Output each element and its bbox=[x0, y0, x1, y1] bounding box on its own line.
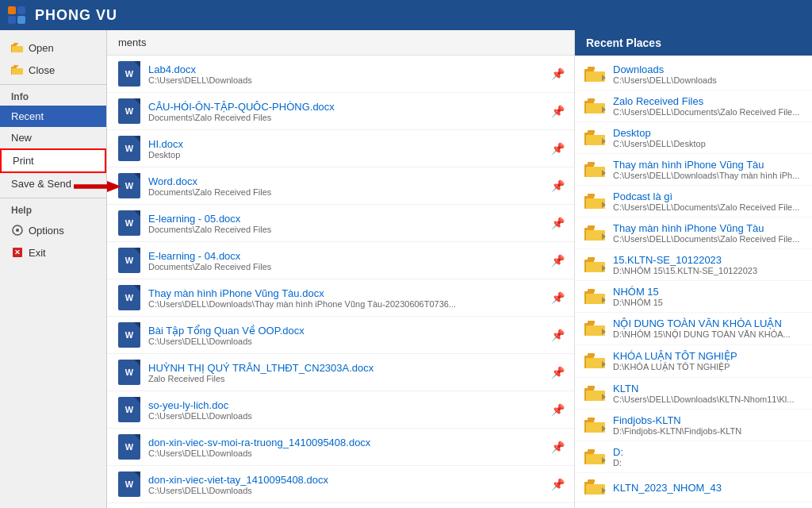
place-path: D: bbox=[613, 458, 802, 468]
pin-icon[interactable]: 📌 bbox=[551, 403, 565, 416]
file-list-item[interactable]: W Podcast là gì.docx Zalo Received Files… bbox=[107, 503, 574, 508]
pin-icon[interactable]: 📌 bbox=[551, 179, 565, 192]
file-list-item[interactable]: W don-xin-viec-viet-tay_1410095408.docx … bbox=[107, 466, 574, 503]
folder-icon bbox=[584, 416, 607, 435]
file-path: Documents\Zalo Received Files bbox=[148, 187, 548, 197]
place-name: Thay màn hình iPhone Vũng Tàu bbox=[613, 159, 802, 171]
file-list-item[interactable]: W Lab4.docx C:\Users\DELL\Downloads 📌 bbox=[107, 56, 574, 93]
folder-icon bbox=[584, 160, 607, 179]
file-name: HUỲNH THỊ QUÝ TRÂN_LTHĐT_CN2303A.docx bbox=[148, 362, 548, 374]
place-list-item[interactable]: Desktop C:\Users\DELL\Desktop bbox=[575, 122, 812, 154]
place-name: Downloads bbox=[613, 64, 802, 75]
sidebar-close-label: Close bbox=[29, 64, 55, 76]
place-list-item[interactable]: Thay màn hình iPhone Vũng Tàu C:\Users\D… bbox=[575, 217, 812, 249]
sidebar-item-print[interactable]: Print bbox=[0, 148, 106, 173]
place-name: Podcast là gì bbox=[613, 190, 802, 202]
sidebar-save-send-label: Save & Send bbox=[11, 178, 71, 190]
file-name: E-learning - 05.docx bbox=[148, 213, 548, 225]
pin-icon[interactable]: 📌 bbox=[551, 217, 565, 229]
place-name: Thay màn hình iPhone Vũng Tàu bbox=[613, 222, 802, 234]
folder-icon bbox=[584, 448, 607, 467]
pin-icon[interactable]: 📌 bbox=[551, 67, 565, 80]
place-list-item[interactable]: NỘI DUNG TOÀN VĂN KHÓA LUẬN D:\NHÓM 15\N… bbox=[575, 313, 812, 345]
file-list-item[interactable]: W so-yeu-ly-lich.doc C:\Users\DELL\Downl… bbox=[107, 391, 574, 429]
place-path: C:\Users\DELL\Documents\Zalo Received Fi… bbox=[613, 202, 802, 212]
file-path: Documents\Zalo Received Files bbox=[148, 225, 548, 234]
place-list-item[interactable]: Podcast là gì C:\Users\DELL\Documents\Za… bbox=[575, 186, 812, 217]
pin-icon[interactable]: 📌 bbox=[551, 291, 565, 304]
file-list-item[interactable]: W HUỲNH THỊ QUÝ TRÂN_LTHĐT_CN2303A.docx … bbox=[107, 354, 574, 391]
file-list-item[interactable]: W CÂU-HỎI-ÔN-TẬP-QUỐC-PHÒNG.docx Documen… bbox=[107, 93, 574, 130]
folder-icon bbox=[584, 287, 607, 306]
recent-places-list[interactable]: Downloads C:\Users\DELL\Downloads Zalo R… bbox=[575, 56, 812, 508]
file-name: Bài Tập Tổng Quan Về OOP.docx bbox=[148, 325, 548, 337]
sidebar-item-recent[interactable]: Recent bbox=[0, 106, 106, 127]
file-list-item[interactable]: W E-learning - 05.docx Documents\Zalo Re… bbox=[107, 205, 574, 242]
svg-rect-19 bbox=[588, 130, 595, 133]
place-list-item[interactable]: KLTN_2023_NHOM_43 bbox=[575, 473, 812, 502]
sidebar-new-label: New bbox=[11, 132, 32, 144]
file-list-item[interactable]: W HI.docx Desktop 📌 bbox=[107, 130, 574, 167]
svg-rect-1 bbox=[13, 43, 18, 44]
place-list-item[interactable]: D: D: bbox=[575, 441, 812, 473]
file-list-item[interactable]: W don-xin-viec-sv-moi-ra-truong_14100954… bbox=[107, 429, 574, 466]
place-list-item[interactable]: KHÓA LUẬN TỐT NGHIỆP D:\KHÓA LUẬN TỐT NG… bbox=[575, 345, 812, 378]
options-icon bbox=[11, 224, 24, 237]
file-path: Zalo Received Files bbox=[148, 374, 548, 383]
word-doc-icon: W bbox=[117, 98, 142, 124]
place-list-item[interactable]: 15.KLTN-SE_10122023 D:\NHÓM 15\15.KLTN-S… bbox=[575, 249, 812, 281]
folder-icon bbox=[584, 192, 607, 211]
sidebar-help-label: Help bbox=[0, 202, 106, 219]
word-doc-icon: W bbox=[117, 248, 142, 273]
file-info: HUỲNH THỊ QUÝ TRÂN_LTHĐT_CN2303A.docx Za… bbox=[148, 362, 548, 383]
place-list-item[interactable]: Zalo Received Files C:\Users\DELL\Docume… bbox=[575, 90, 812, 122]
sidebar-item-options[interactable]: Options bbox=[0, 219, 106, 241]
pin-icon[interactable]: 📌 bbox=[551, 478, 565, 491]
file-path: C:\Users\DELL\Downloads bbox=[148, 337, 548, 346]
svg-point-7 bbox=[16, 229, 19, 232]
pin-icon[interactable]: 📌 bbox=[551, 366, 565, 379]
place-name: D: bbox=[613, 446, 802, 458]
place-list-item[interactable]: Downloads C:\Users\DELL\Downloads bbox=[575, 59, 812, 90]
place-info: Thay màn hình iPhone Vũng Tàu C:\Users\D… bbox=[613, 159, 802, 180]
place-info: 15.KLTN-SE_10122023 D:\NHÓM 15\15.KLTN-S… bbox=[613, 254, 802, 275]
word-doc-icon: W bbox=[117, 210, 142, 236]
file-info: Thay màn hình iPhone Vũng Tàu.docx C:\Us… bbox=[148, 287, 548, 309]
pin-icon[interactable]: 📌 bbox=[551, 441, 565, 453]
svg-rect-4 bbox=[13, 65, 18, 67]
place-path: D:\NHÓM 15\15.KLTN-SE_10122023 bbox=[613, 266, 802, 275]
close-folder-icon bbox=[11, 64, 24, 76]
pin-icon[interactable]: 📌 bbox=[551, 105, 565, 117]
sidebar-item-close[interactable]: Close bbox=[0, 59, 106, 81]
file-name: E-learning - 04.docx bbox=[148, 250, 548, 262]
pin-icon[interactable]: 📌 bbox=[551, 254, 565, 267]
place-list-item[interactable]: KLTN C:\Users\DELL\Downloads\KLTN-Nhom11… bbox=[575, 378, 812, 410]
file-list-item[interactable]: W E-learning - 04.docx Documents\Zalo Re… bbox=[107, 242, 574, 279]
file-list-item[interactable]: W Thay màn hình iPhone Vũng Tàu.docx C:\… bbox=[107, 279, 574, 317]
pin-icon[interactable]: 📌 bbox=[551, 329, 565, 341]
file-name: so-yeu-ly-lich.doc bbox=[148, 399, 548, 411]
place-list-item[interactable]: Findjobs-KLTN D:\Findjobs-KLTN\Findjobs-… bbox=[575, 410, 812, 441]
file-list-item[interactable]: W Bài Tập Tổng Quan Về OOP.docx C:\Users… bbox=[107, 317, 574, 354]
svg-rect-27 bbox=[588, 194, 595, 197]
place-info: KLTN C:\Users\DELL\Downloads\KLTN-Nhom11… bbox=[613, 383, 802, 404]
place-name: KHÓA LUẬN TỐT NGHIỆP bbox=[613, 350, 802, 362]
file-list-scroll[interactable]: W Lab4.docx C:\Users\DELL\Downloads 📌 W … bbox=[107, 56, 574, 508]
svg-rect-63 bbox=[588, 479, 595, 483]
file-list-area: ments W Lab4.docx C:\Users\DELL\Download… bbox=[107, 30, 574, 508]
place-name: Zalo Received Files bbox=[613, 95, 802, 107]
sidebar-divider-2 bbox=[0, 198, 106, 198]
file-list-item[interactable]: W Word.docx Documents\Zalo Received File… bbox=[107, 167, 574, 205]
sidebar-exit-label: Exit bbox=[29, 247, 46, 259]
main-layout: Open Close Info Recent New Print Save & bbox=[0, 30, 812, 508]
place-info: Podcast là gì C:\Users\DELL\Documents\Za… bbox=[613, 190, 802, 212]
sidebar-item-exit[interactable]: ✕ Exit bbox=[0, 241, 106, 264]
folder-icon bbox=[584, 319, 607, 338]
place-info: Downloads C:\Users\DELL\Downloads bbox=[613, 64, 802, 85]
place-list-item[interactable]: Thay màn hình iPhone Vũng Tàu C:\Users\D… bbox=[575, 154, 812, 186]
pin-icon[interactable]: 📌 bbox=[551, 142, 565, 155]
place-list-item[interactable]: NHÓM 15 D:\NHÓM 15 bbox=[575, 281, 812, 313]
sidebar-item-new[interactable]: New bbox=[0, 127, 106, 148]
sidebar-item-open[interactable]: Open bbox=[0, 37, 106, 59]
file-path: Desktop bbox=[148, 150, 548, 160]
